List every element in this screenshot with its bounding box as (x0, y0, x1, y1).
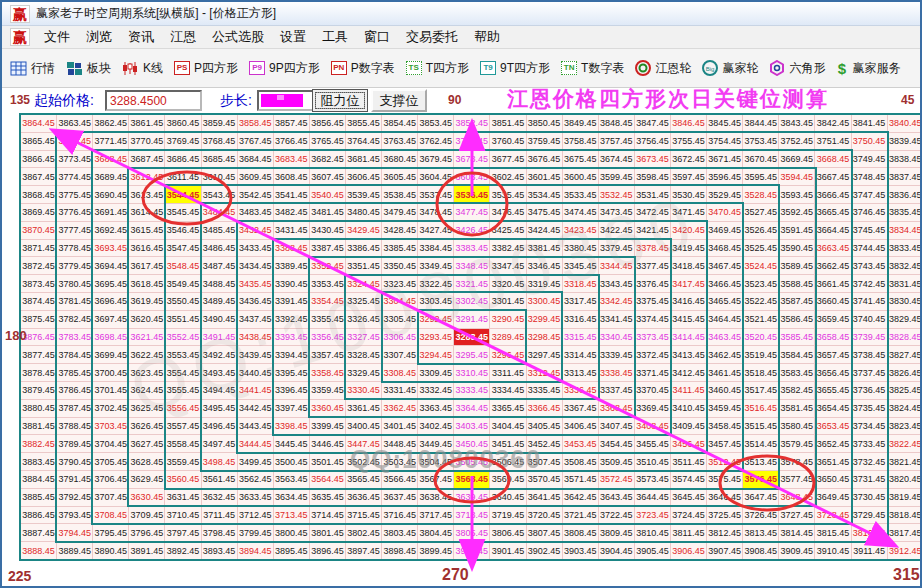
grid-cell: 3898.45 (382, 542, 418, 560)
grid-cell: 3673.45 (634, 150, 670, 168)
toolbar-item-8[interactable]: TNT数字表 (561, 60, 624, 77)
support-button[interactable]: 支撑位 (371, 89, 427, 112)
grid-cell: 3295.45 (454, 346, 490, 364)
grid-cell: 3519.45 (743, 346, 779, 364)
grid-cell: 3578.45 (779, 453, 815, 471)
menu-item-8[interactable]: 交易委托 (398, 26, 466, 48)
grid-cell: 3428.45 (382, 221, 418, 239)
grid-cell: 3732.45 (851, 453, 887, 471)
grid-cell: 3649.45 (815, 488, 851, 506)
grid-cell: 3362.45 (382, 399, 418, 417)
grid-cell: 3612.45 (129, 168, 165, 186)
toolbar-item-11[interactable]: 六角形 (769, 60, 825, 77)
grid-cell: 3851.45 (490, 115, 526, 133)
grid-cell: 3764.45 (345, 132, 381, 150)
grid-cell: 3887.45 (21, 524, 57, 542)
toolbar-item-label: 9P四方形 (269, 60, 320, 77)
grid-cell: 3831.45 (887, 275, 922, 293)
grid-row: 3885.453792.453707.453630.453631.453632.… (21, 488, 922, 506)
grid-cell: 3692.45 (93, 221, 129, 239)
toolbar-item-label: P数字表 (351, 60, 395, 77)
toolbar-item-2[interactable]: K线 (122, 60, 163, 77)
grid-cell: 3585.45 (779, 328, 815, 346)
grid-cell: 3316.45 (562, 310, 598, 328)
grid-cell: 3498.45 (201, 453, 237, 471)
grid-cell: 3713.45 (273, 506, 309, 524)
menu-item-4[interactable]: 公式选股 (204, 26, 272, 48)
grid-cell: 3323.45 (382, 275, 418, 293)
grid-cell: 3745.45 (851, 221, 887, 239)
menu-item-7[interactable]: 窗口 (356, 26, 398, 48)
grid-cell: 3425.45 (490, 221, 526, 239)
grid-cell: 3431.45 (273, 221, 309, 239)
grid-cell: 3309.45 (418, 364, 454, 382)
grid-cell: 3641.45 (526, 488, 562, 506)
grid-cell: 3527.45 (743, 203, 779, 221)
grid-cell: 3846.45 (670, 115, 706, 133)
grid-cell: 3392.45 (273, 310, 309, 328)
grid-cell: 3374.45 (634, 310, 670, 328)
grid-cell: 3524.45 (743, 257, 779, 275)
grid-cell: 3548.45 (165, 257, 201, 275)
grid-row: 3864.453863.453862.453861.453860.453859.… (21, 115, 922, 133)
grid-cell: 3331.45 (382, 381, 418, 399)
grid-cell: 3458.45 (707, 417, 743, 435)
grid-cell: 3395.45 (273, 364, 309, 382)
grid-cell: 3862.45 (93, 115, 129, 133)
grid-cell: 3857.45 (273, 115, 309, 133)
grid-cell: 3411.45 (670, 381, 706, 399)
toolbar-item-9[interactable]: 江恩轮 (635, 60, 691, 77)
grid-cell: 3483.45 (237, 203, 273, 221)
grid-cell: 3377.45 (634, 257, 670, 275)
grid-cell: 3334.45 (490, 381, 526, 399)
menu-item-5[interactable]: 设置 (272, 26, 314, 48)
grid-cell: 3852.45 (454, 115, 490, 133)
menu-item-2[interactable]: 资讯 (120, 26, 162, 48)
gann-angle-180: 180 (5, 328, 27, 343)
grid-cell: 3653.45 (815, 417, 851, 435)
grid-cell: 3507.45 (526, 453, 562, 471)
grid-cell: 3682.45 (309, 150, 345, 168)
grid-cell: 3555.45 (165, 381, 201, 399)
toolbar-item-7[interactable]: T99T四方形 (480, 60, 550, 77)
grid-cell: 3385.45 (382, 239, 418, 257)
start-price-input[interactable] (105, 90, 202, 111)
resistance-button[interactable]: 阻力位 (312, 89, 368, 112)
grid-cell: 3490.45 (201, 310, 237, 328)
menu-item-0[interactable]: 文件 (36, 26, 78, 48)
grid-cell: 3726.45 (743, 506, 779, 524)
grid-cell: 3871.45 (21, 239, 57, 257)
grid-cell: 3376.45 (634, 275, 670, 293)
toolbar-item-10[interactable]: Big赢家轮 (702, 60, 758, 77)
menu-item-6[interactable]: 工具 (314, 26, 356, 48)
grid-cell: 3735.45 (851, 399, 887, 417)
grid-cell: 3773.45 (57, 150, 93, 168)
grid-cell: 3647.45 (743, 488, 779, 506)
menu-item-9[interactable]: 帮助 (466, 26, 508, 48)
grid-cell: 3602.45 (490, 168, 526, 186)
toolbar-item-12[interactable]: $赢家服务 (836, 60, 900, 77)
grid-cell: 3367.45 (562, 399, 598, 417)
toolbar-item-5[interactable]: PNP数字表 (331, 60, 395, 77)
toolbar-item-3[interactable]: PSP四方形 (174, 60, 238, 77)
grid-cell: 3461.45 (707, 364, 743, 382)
grid-cell: 3391.45 (273, 292, 309, 310)
grid-cell-keylevel: 3536.45 (454, 186, 490, 204)
menu-item-1[interactable]: 浏览 (78, 26, 120, 48)
toolbar-item-0[interactable]: 行情 (10, 60, 55, 77)
toolbar-item-4[interactable]: P99P四方形 (249, 60, 320, 77)
grid-cell: 3840.45 (887, 115, 922, 133)
toolbar-item-1[interactable]: 板块 (66, 60, 111, 77)
grid-cell: 3822.45 (887, 435, 922, 453)
grid-cell: 3804.45 (418, 524, 454, 542)
grid-cell: 3577.45 (779, 470, 815, 488)
toolbar-item-6[interactable]: TST四方形 (406, 60, 469, 77)
grid-cell: 3414.45 (670, 328, 706, 346)
menu-item-3[interactable]: 江恩 (162, 26, 204, 48)
grid-cell: 3529.45 (707, 186, 743, 204)
grid-cell: 3821.45 (887, 453, 922, 471)
grid-cell-center: 3288.45 (454, 328, 490, 346)
grid-cell: 3492.45 (201, 346, 237, 364)
grid-cell: 3825.45 (887, 381, 922, 399)
grid-cell: 3514.45 (743, 435, 779, 453)
